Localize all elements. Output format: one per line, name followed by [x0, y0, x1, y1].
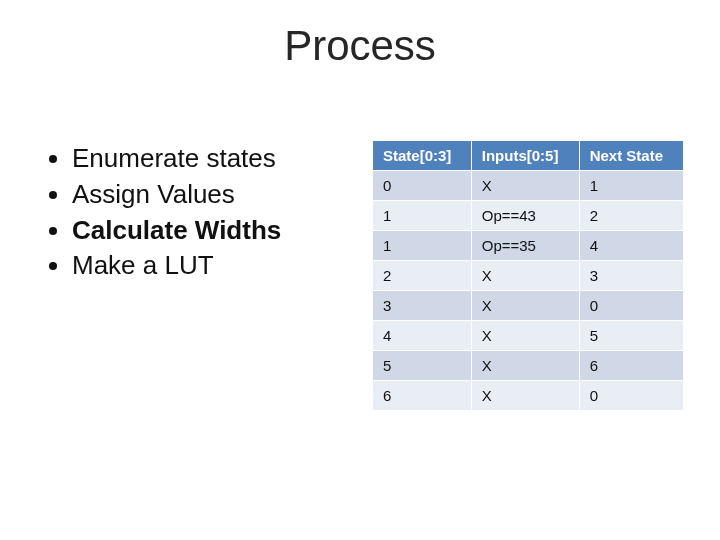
table-cell: 0	[579, 291, 683, 321]
table-cell: 1	[373, 201, 472, 231]
list-item-text: Make a LUT	[72, 250, 214, 280]
table-cell: 4	[373, 321, 472, 351]
table-row: 1 Op==35 4	[373, 231, 684, 261]
table-row: 5 X 6	[373, 351, 684, 381]
list-item-text: Assign Values	[72, 179, 235, 209]
table-cell: 3	[579, 261, 683, 291]
table-header-row: State[0:3] Inputs[0:5] Next State	[373, 141, 684, 171]
table-header: Next State	[579, 141, 683, 171]
table-header: State[0:3]	[373, 141, 472, 171]
state-table: State[0:3] Inputs[0:5] Next State 0 X 1 …	[372, 140, 684, 411]
table-cell: Op==35	[471, 231, 579, 261]
table-cell: 2	[373, 261, 472, 291]
table-cell: 0	[579, 381, 683, 411]
table-cell: 6	[373, 381, 472, 411]
table-row: 0 X 1	[373, 171, 684, 201]
table-cell: X	[471, 171, 579, 201]
table-row: 4 X 5	[373, 321, 684, 351]
table-cell: 6	[579, 351, 683, 381]
list-item: Enumerate states	[72, 142, 336, 176]
table-row: 2 X 3	[373, 261, 684, 291]
table-cell: X	[471, 261, 579, 291]
table-header: Inputs[0:5]	[471, 141, 579, 171]
slide-title: Process	[0, 22, 720, 70]
table-cell: X	[471, 351, 579, 381]
list-item: Make a LUT	[72, 249, 336, 283]
table-cell: 5	[579, 321, 683, 351]
table-row: 3 X 0	[373, 291, 684, 321]
table-cell: 2	[579, 201, 683, 231]
table-cell: X	[471, 321, 579, 351]
list-item-text: Enumerate states	[72, 143, 276, 173]
slide-body: Enumerate states Assign Values Calculate…	[46, 140, 684, 411]
table-row: 6 X 0	[373, 381, 684, 411]
table-cell: 5	[373, 351, 472, 381]
table-cell: Op==43	[471, 201, 579, 231]
list-item-text: Calculate Widths	[72, 215, 281, 245]
bullet-list: Enumerate states Assign Values Calculate…	[46, 140, 336, 411]
slide: Process Enumerate states Assign Values C…	[0, 0, 720, 540]
table-cell: 1	[373, 231, 472, 261]
table-cell: 4	[579, 231, 683, 261]
table-cell: X	[471, 381, 579, 411]
table-cell: X	[471, 291, 579, 321]
table-row: 1 Op==43 2	[373, 201, 684, 231]
table-cell: 3	[373, 291, 472, 321]
list-item: Calculate Widths	[72, 214, 336, 248]
list-item: Assign Values	[72, 178, 336, 212]
table-cell: 0	[373, 171, 472, 201]
table-cell: 1	[579, 171, 683, 201]
